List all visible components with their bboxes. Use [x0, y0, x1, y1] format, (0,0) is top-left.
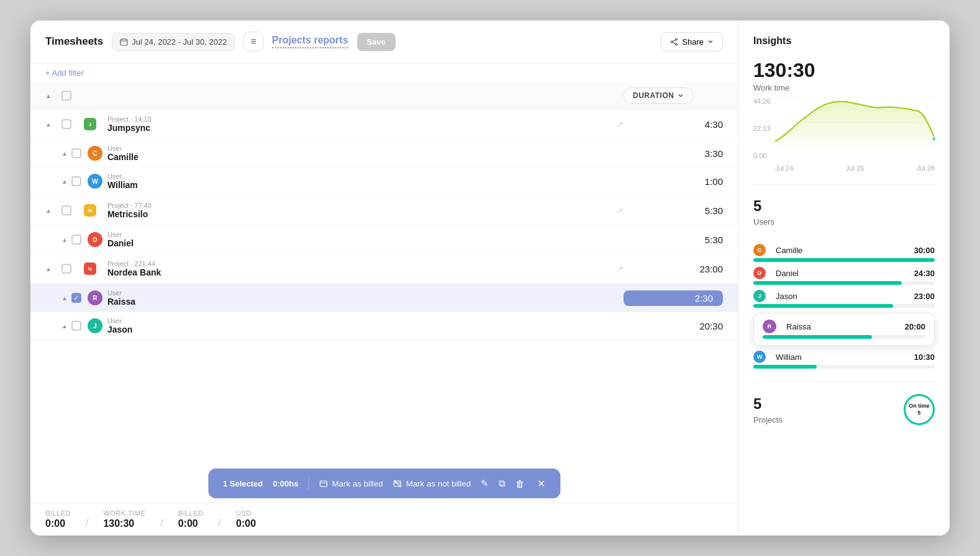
project-color-dot: J [84, 118, 96, 130]
chart-area: 44:26 22:13 0:00 [753, 97, 935, 172]
date-range-button[interactable]: Jul 24, 2022 - Jul 30, 2022 [112, 33, 235, 51]
external-link-icon[interactable]: ↗ [617, 120, 624, 129]
avatar: W [88, 174, 102, 189]
project-meta: Project · 221:44 [107, 260, 606, 267]
mark-not-billed-button[interactable]: Mark as not billed [393, 479, 471, 488]
table-header: ▲ DURATION [30, 83, 738, 109]
expand-icon[interactable]: ▲ [61, 295, 68, 302]
user-checkbox[interactable] [71, 176, 81, 186]
insights-title: Insights [753, 35, 935, 47]
billed-icon [319, 479, 328, 488]
totals-bar: BILLED 0:00 / WORK TIME 130:30 / BILLED … [30, 503, 738, 536]
user-name: Jason [107, 325, 624, 334]
user-row: ▲ D User Daniel 5:30 [30, 226, 738, 254]
user-bar-name: Daniel [776, 269, 799, 278]
chevron-down-icon [678, 92, 684, 99]
selected-count: 1 Selected [223, 479, 263, 488]
not-billed-icon [393, 479, 402, 488]
expand-icon[interactable]: ▲ [61, 236, 68, 243]
expand-icon[interactable]: ▲ [61, 178, 68, 185]
user-name: William [107, 180, 624, 190]
user-meta: User [107, 289, 624, 297]
projects-label: Projects [753, 415, 783, 424]
user-bar-name: William [776, 352, 802, 362]
expand-icon[interactable]: ▲ [45, 121, 52, 128]
user-bar-item: J Jason 23:00 [753, 290, 935, 308]
project-row: ▲ N Project · 221:44 Nordea Bank ↗ 23:00 [30, 254, 738, 284]
user-duration: 1:00 [624, 176, 723, 187]
project-info: Project · 14:10 Jumpsync [107, 115, 606, 133]
divider [308, 477, 309, 490]
expand-icon[interactable]: ▲ [61, 323, 68, 330]
project-duration: 23:00 [624, 264, 723, 274]
selection-action-bar: 1 Selected 0:00hs Mark as billed Mark as… [208, 469, 560, 498]
external-link-icon[interactable]: ↗ [617, 206, 624, 215]
close-selection-button[interactable]: ✕ [537, 478, 545, 490]
insights-panel: Insights 130:30 Work time 44:26 22:13 0:… [738, 20, 950, 536]
edit-icon[interactable]: ✎ [481, 478, 489, 489]
expand-icon[interactable]: ▲ [45, 207, 52, 214]
project-duration: 4:30 [624, 119, 723, 130]
duration-sort-button[interactable]: DURATION [624, 87, 693, 104]
select-all-checkbox[interactable] [61, 91, 71, 101]
copy-icon[interactable]: ⧉ [499, 478, 506, 489]
date-range-label: Jul 24, 2022 - Jul 30, 2022 [132, 37, 227, 47]
delete-icon[interactable]: 🗑 [515, 478, 525, 489]
user-checkbox-checked[interactable]: ✓ [71, 293, 81, 303]
user-bar-list: C Camille 30:00 D Daniel 24:30 [753, 244, 935, 369]
usd-value: 0:00 [236, 518, 256, 529]
work-time-label: WORK TIME [103, 509, 145, 517]
expand-icon[interactable]: ▲ [61, 150, 68, 157]
share-label: Share [682, 37, 704, 47]
avatar: D [753, 267, 766, 279]
on-time-badge: On time 5 [904, 394, 935, 425]
billed-value: 0:00 [45, 518, 71, 529]
avatar: J [88, 318, 102, 333]
expand-icon[interactable]: ▲ [45, 266, 52, 272]
svg-line-13 [394, 480, 401, 487]
user-name: Raissa [107, 297, 624, 307]
work-time-value: 130:30 [103, 518, 145, 529]
project-info: Project · 221:44 Nordea Bank [107, 260, 606, 277]
user-info: User Raissa [107, 289, 624, 307]
add-filter-button[interactable]: + Add filter [30, 63, 738, 83]
user-bar-time: 10:30 [914, 352, 935, 362]
project-checkbox[interactable] [61, 205, 71, 215]
filter-button[interactable]: ≡ [243, 32, 263, 52]
share-button[interactable]: Share [661, 32, 723, 52]
avatar: W [753, 351, 766, 363]
collapse-all-icon[interactable]: ▲ [45, 92, 52, 99]
avatar: D [88, 232, 102, 247]
user-name: Daniel [107, 238, 624, 248]
user-checkbox[interactable] [71, 148, 81, 158]
project-row: ▲ J Project · 14:10 Jumpsync ↗ 4:30 [30, 109, 738, 140]
save-button[interactable]: Save [357, 33, 396, 51]
calendar-icon [120, 38, 128, 46]
svg-point-6 [671, 41, 673, 43]
page-title: Timesheets [45, 35, 103, 48]
project-name: Nordea Bank [107, 267, 606, 277]
external-link-icon[interactable]: ↗ [617, 264, 624, 274]
selected-time: 0:00hs [273, 479, 298, 488]
user-info: User Daniel [107, 231, 624, 248]
mark-billed-button[interactable]: Mark as billed [319, 479, 383, 488]
avatar: J [753, 290, 766, 302]
user-row: ▲ C User Camille 3:30 [30, 140, 738, 168]
svg-point-17 [932, 137, 935, 141]
chevron-down-icon [707, 38, 714, 45]
user-duration: 3:30 [624, 148, 723, 159]
users-count: 5 [753, 197, 935, 215]
project-checkbox[interactable] [61, 119, 71, 129]
user-checkbox[interactable] [71, 321, 81, 331]
project-meta: Project · 77:40 [107, 202, 606, 209]
user-bar-item: W William 10:30 [753, 351, 935, 369]
user-meta: User [107, 173, 624, 180]
project-checkbox[interactable] [61, 264, 71, 274]
chart-y-labels: 44:26 22:13 0:00 [753, 97, 771, 159]
svg-point-4 [676, 38, 678, 40]
user-duration-highlighted: 2:30 [624, 290, 723, 306]
user-info: User Camille [107, 145, 624, 162]
user-checkbox[interactable] [71, 235, 81, 244]
user-name: Camille [107, 152, 624, 162]
projects-count: 5 [753, 395, 783, 413]
